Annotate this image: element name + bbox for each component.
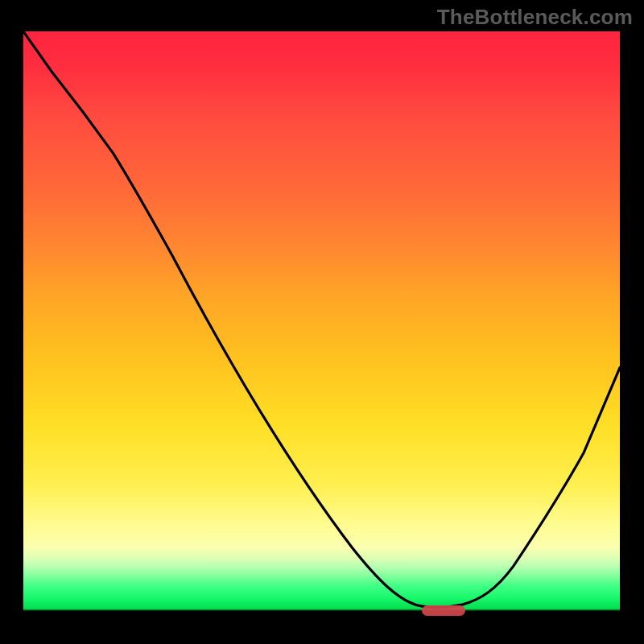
watermark-text: TheBottleneck.com	[437, 5, 633, 30]
plot-frame	[22, 30, 621, 630]
optimum-marker	[422, 605, 465, 616]
bottleneck-curve	[23, 31, 620, 628]
curve-path	[23, 31, 620, 607]
chart-container: TheBottleneck.com	[0, 0, 644, 644]
